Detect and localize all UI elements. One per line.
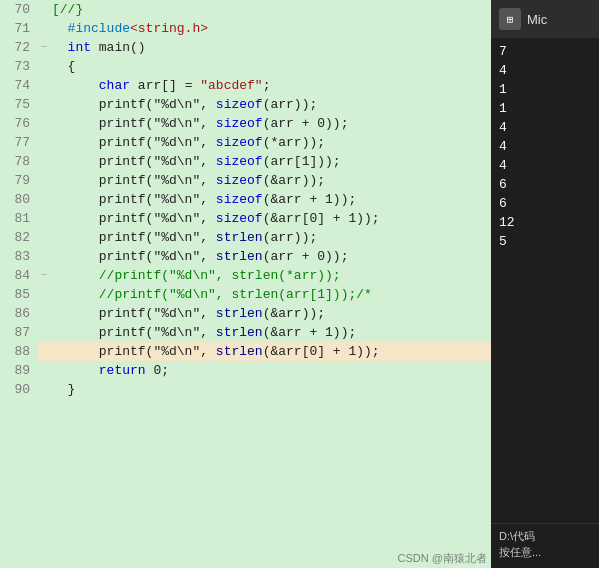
line-content: [//}	[50, 0, 510, 19]
line-fold-marker[interactable]: −	[38, 38, 50, 57]
console-output: 741144466125	[491, 38, 599, 523]
line-number: 87	[0, 323, 38, 342]
code-line: 77 printf("%d\n", sizeof(*arr));	[0, 133, 510, 152]
code-line: 74 char arr[] = "abcdef";	[0, 76, 510, 95]
console-title: Mic	[527, 12, 547, 27]
line-fold-marker[interactable]: −	[38, 266, 50, 285]
line-content: printf("%d\n", strlen(&arr));	[50, 304, 510, 323]
code-line: 71 #include<string.h>	[0, 19, 510, 38]
line-number: 78	[0, 152, 38, 171]
line-number: 71	[0, 19, 38, 38]
code-line: 84− //printf("%d\n", strlen(*arr));	[0, 266, 510, 285]
line-number: 76	[0, 114, 38, 133]
console-icon: ⊞	[499, 8, 521, 30]
line-content: printf("%d\n", sizeof(&arr));	[50, 171, 510, 190]
line-content: printf("%d\n", sizeof(*arr));	[50, 133, 510, 152]
console-output-line: 1	[499, 99, 591, 118]
line-number: 77	[0, 133, 38, 152]
code-line: 73 {	[0, 57, 510, 76]
line-content: return 0;	[50, 361, 510, 380]
line-number: 74	[0, 76, 38, 95]
code-line: 82 printf("%d\n", strlen(arr));	[0, 228, 510, 247]
console-path-line2: 按任意...	[499, 544, 591, 560]
code-line: 70[//}	[0, 0, 510, 19]
line-content: printf("%d\n", sizeof(&arr[0] + 1));	[50, 209, 510, 228]
console-output-line: 4	[499, 137, 591, 156]
console-output-line: 5	[499, 232, 591, 251]
code-line: 86 printf("%d\n", strlen(&arr));	[0, 304, 510, 323]
console-output-line: 7	[499, 42, 591, 61]
line-content: printf("%d\n", sizeof(&arr + 1));	[50, 190, 510, 209]
console-bottom: D:\代码 按任意...	[491, 523, 599, 568]
console-output-line: 12	[499, 213, 591, 232]
line-content: //printf("%d\n", strlen(*arr));	[50, 266, 510, 285]
console-path-line1: D:\代码	[499, 528, 591, 544]
line-content: int main()	[50, 38, 510, 57]
code-line: 85 //printf("%d\n", strlen(arr[1]));/*	[0, 285, 510, 304]
line-content: }	[50, 380, 510, 399]
line-number: 73	[0, 57, 38, 76]
line-content: printf("%d\n", sizeof(arr + 0));	[50, 114, 510, 133]
line-content: printf("%d\n", sizeof(arr));	[50, 95, 510, 114]
line-number: 72	[0, 38, 38, 57]
code-line: 83 printf("%d\n", strlen(arr + 0));	[0, 247, 510, 266]
line-number: 75	[0, 95, 38, 114]
watermark: CSDN @南猿北者	[398, 551, 487, 566]
console-output-line: 1	[499, 80, 591, 99]
line-content: char arr[] = "abcdef";	[50, 76, 510, 95]
code-line: 89 return 0;	[0, 361, 510, 380]
code-line: 75 printf("%d\n", sizeof(arr));	[0, 95, 510, 114]
code-editor: 70[//}71 #include<string.h>72− int main(…	[0, 0, 510, 568]
line-content: #include<string.h>	[50, 19, 510, 38]
code-line: 78 printf("%d\n", sizeof(arr[1]));	[0, 152, 510, 171]
line-number: 85	[0, 285, 38, 304]
line-number: 88	[0, 342, 38, 361]
code-line: 81 printf("%d\n", sizeof(&arr[0] + 1));	[0, 209, 510, 228]
line-number: 79	[0, 171, 38, 190]
line-number: 70	[0, 0, 38, 19]
code-line: 79 printf("%d\n", sizeof(&arr));	[0, 171, 510, 190]
code-line: 76 printf("%d\n", sizeof(arr + 0));	[0, 114, 510, 133]
line-number: 86	[0, 304, 38, 323]
line-number: 83	[0, 247, 38, 266]
code-line: 88 printf("%d\n", strlen(&arr[0] + 1));	[0, 342, 510, 361]
line-content: printf("%d\n", strlen(arr + 0));	[50, 247, 510, 266]
line-content: printf("%d\n", strlen(arr));	[50, 228, 510, 247]
line-content: printf("%d\n", strlen(&arr + 1));	[50, 323, 510, 342]
console-output-line: 6	[499, 194, 591, 213]
line-number: 81	[0, 209, 38, 228]
console-header: ⊞ Mic	[491, 0, 599, 38]
line-number: 82	[0, 228, 38, 247]
line-number: 84	[0, 266, 38, 285]
line-content: //printf("%d\n", strlen(arr[1]));/*	[50, 285, 510, 304]
line-number: 90	[0, 380, 38, 399]
console-output-line: 4	[499, 156, 591, 175]
console-output-line: 4	[499, 118, 591, 137]
line-number: 80	[0, 190, 38, 209]
code-line: 72− int main()	[0, 38, 510, 57]
line-content: {	[50, 57, 510, 76]
console-output-line: 4	[499, 61, 591, 80]
console-output-line: 6	[499, 175, 591, 194]
code-line: 90 }	[0, 380, 510, 399]
line-content: printf("%d\n", strlen(&arr[0] + 1));	[50, 342, 510, 361]
line-number: 89	[0, 361, 38, 380]
code-line: 87 printf("%d\n", strlen(&arr + 1));	[0, 323, 510, 342]
line-content: printf("%d\n", sizeof(arr[1]));	[50, 152, 510, 171]
code-line: 80 printf("%d\n", sizeof(&arr + 1));	[0, 190, 510, 209]
console-panel: ⊞ Mic 741144466125 D:\代码 按任意...	[491, 0, 599, 568]
